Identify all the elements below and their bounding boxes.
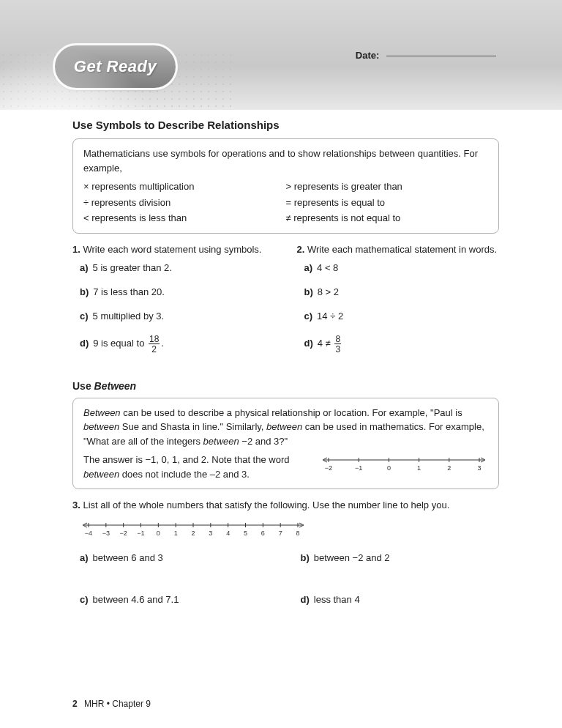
q2b: 8 > 2 (318, 286, 339, 297)
svg-text:1: 1 (417, 464, 421, 472)
q3c: between 4.6 and 7.1 (93, 594, 179, 605)
between-p1: Between can be used to describe a physic… (83, 406, 488, 449)
q2a-label: a) (304, 262, 313, 273)
number-line-large: −4−3−2−1012345678 (80, 518, 307, 538)
q3-num: 3. (72, 499, 80, 510)
q1d-label: d) (80, 338, 89, 349)
svg-text:3: 3 (209, 530, 212, 537)
q3a-label: a) (80, 552, 89, 563)
sym-5: ≠ represents is not equal to (286, 211, 489, 226)
q1c-label: c) (80, 311, 89, 322)
svg-text:5: 5 (244, 530, 247, 537)
intro-text: Mathematicians use symbols for operation… (83, 146, 488, 175)
footer-text: MHR • Chapter 9 (84, 699, 151, 709)
number-line-small: −2−10123 (320, 453, 488, 473)
date-line[interactable] (386, 56, 496, 56)
q3d-label: d) (301, 594, 310, 605)
svg-text:−1: −1 (355, 464, 362, 472)
svg-text:6: 6 (261, 530, 265, 537)
q3c-label: c) (80, 594, 89, 605)
svg-text:−2: −2 (325, 464, 332, 472)
date-field: Date: (356, 50, 496, 61)
q2d-frac: 83 (334, 335, 341, 354)
info-box-symbols: Mathematicians use symbols for operation… (72, 138, 499, 234)
q2-text: Write each mathematical statement in wor… (307, 244, 497, 255)
svg-text:−1: −1 (137, 530, 144, 537)
sym-0: × represents multiplication (83, 179, 286, 194)
svg-text:1: 1 (174, 530, 178, 537)
q1d-pre: 9 is equal to (93, 338, 147, 349)
question-3: 3. List all of the whole numbers that sa… (72, 499, 499, 618)
q2d-pre: 4 ≠ (318, 338, 334, 349)
q1d-frac: 182 (149, 335, 160, 354)
q1c: 5 multiplied by 3. (93, 311, 165, 322)
q2b-label: b) (304, 286, 313, 297)
svg-text:2: 2 (447, 464, 451, 472)
sym-2: ÷ represents division (83, 196, 286, 210)
get-ready-badge: Get Ready (55, 45, 176, 88)
sym-4: < represents is less than (83, 211, 286, 226)
svg-text:3: 3 (477, 464, 481, 472)
svg-text:−3: −3 (102, 530, 110, 537)
q1a-label: a) (80, 262, 89, 273)
q2a: 4 < 8 (317, 262, 338, 273)
svg-text:2: 2 (191, 530, 195, 537)
info-box-between: Between can be used to describe a physic… (72, 398, 499, 490)
svg-text:−2: −2 (120, 530, 127, 537)
q1b-label: b) (80, 286, 89, 297)
q1-text: Write each word statement using symbols. (83, 244, 261, 255)
q2c-label: c) (304, 311, 313, 322)
between-p2: The answer is −1, 0, 1, and 2. Note that… (83, 453, 314, 481)
date-label: Date: (356, 50, 380, 61)
page-number: 2 (72, 699, 78, 709)
q2-num: 2. (297, 244, 305, 255)
section-2-title: Use Between (72, 380, 499, 392)
q3b-label: b) (301, 552, 310, 563)
header-band: Get Ready Date: (0, 0, 562, 110)
svg-text:7: 7 (279, 530, 282, 537)
page-footer: 2 MHR • Chapter 9 (72, 699, 151, 709)
q1a: 5 is greater than 2. (93, 262, 172, 273)
svg-text:0: 0 (157, 530, 160, 537)
section-1-title: Use Symbols to Describe Relationships (72, 119, 499, 131)
svg-text:0: 0 (387, 464, 391, 472)
svg-text:8: 8 (296, 530, 299, 537)
svg-text:4: 4 (226, 530, 230, 537)
q1-num: 1. (72, 244, 80, 255)
q1d-post: . (161, 338, 164, 349)
q3d: less than 4 (314, 594, 360, 605)
svg-text:−4: −4 (85, 530, 92, 537)
q3b: between −2 and 2 (314, 552, 390, 563)
q2c: 14 ÷ 2 (317, 311, 343, 322)
q1b: 7 is less than 20. (93, 286, 165, 297)
q3a: between 6 and 3 (93, 552, 163, 563)
question-1: 1. Write each word statement using symbo… (72, 244, 275, 367)
q2d-label: d) (304, 338, 313, 349)
sym-1: > represents is greater than (286, 179, 489, 194)
question-2: 2. Write each mathematical statement in … (297, 244, 500, 367)
q3-text: List all of the whole numbers that satis… (83, 499, 449, 510)
sym-3: = represents is equal to (286, 196, 489, 210)
